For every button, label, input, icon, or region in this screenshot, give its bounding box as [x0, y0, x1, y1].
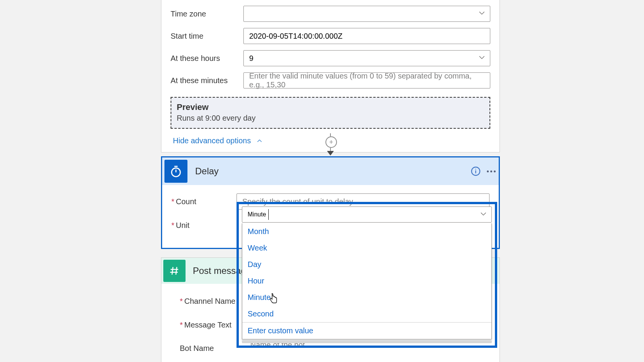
unit-option-second[interactable]: Second: [242, 306, 491, 322]
label-channel: Channel Name: [180, 297, 245, 306]
label-unit: Unit: [171, 221, 237, 230]
label-count: Count: [171, 197, 237, 206]
text-caret: [268, 209, 269, 220]
unit-option-minute[interactable]: Minute: [242, 289, 491, 306]
row-minutes: At these minutes Enter the valid minute …: [161, 69, 499, 92]
row-timezone: Time zone: [161, 3, 499, 25]
unit-options-list: Month Week Day Hour Minute Second Enter …: [242, 223, 492, 339]
label-starttime: Start time: [171, 32, 243, 41]
unit-dropdown: Minute Month Week Day Hour Minute Second…: [237, 202, 497, 348]
more-menu[interactable]: [483, 164, 499, 179]
add-step-button[interactable]: +: [325, 136, 337, 148]
chevron-down-icon: [478, 9, 486, 19]
input-starttime[interactable]: [243, 28, 490, 44]
label-botname: Bot Name: [180, 344, 245, 353]
label-minutes: At these minutes: [171, 76, 243, 85]
arrow-down-icon: [327, 151, 334, 156]
preview-title: Preview: [177, 102, 484, 112]
label-timezone: Time zone: [171, 10, 243, 18]
unit-option-week[interactable]: Week: [242, 240, 491, 256]
select-timezone[interactable]: [243, 6, 490, 22]
delay-header[interactable]: Delay: [162, 157, 499, 185]
info-icon[interactable]: [468, 164, 483, 179]
unit-option-month[interactable]: Month: [242, 223, 491, 240]
label-hours: At these hours: [171, 54, 243, 63]
connector: +: [325, 133, 335, 156]
preview-box: Preview Runs at 9:00 every day: [171, 97, 490, 129]
timer-icon: [164, 160, 187, 183]
chevron-up-icon: [256, 138, 263, 144]
svg-point-3: [475, 169, 476, 170]
label-message: Message Text: [180, 321, 245, 329]
unit-option-hour[interactable]: Hour: [242, 273, 491, 289]
recurrence-card: x x Time zone Start time At these hours …: [161, 0, 500, 152]
select-hours[interactable]: 9: [243, 50, 490, 66]
row-hours: At these hours 9: [161, 47, 499, 69]
input-minutes[interactable]: Enter the valid minute values (from 0 to…: [243, 72, 490, 88]
chevron-down-icon: [478, 53, 486, 64]
chevron-down-icon: [479, 210, 488, 219]
unit-option-day[interactable]: Day: [242, 256, 491, 273]
row-starttime: Start time: [161, 25, 499, 47]
unit-option-custom[interactable]: Enter custom value: [242, 323, 491, 339]
pointer-cursor-icon: [268, 293, 278, 305]
delay-title: Delay: [195, 166, 468, 177]
dropdown-scrollbar[interactable]: [242, 340, 492, 343]
hash-icon: [163, 260, 186, 282]
unit-select[interactable]: Minute: [242, 206, 492, 223]
preview-text: Runs at 9:00 every day: [177, 114, 484, 123]
